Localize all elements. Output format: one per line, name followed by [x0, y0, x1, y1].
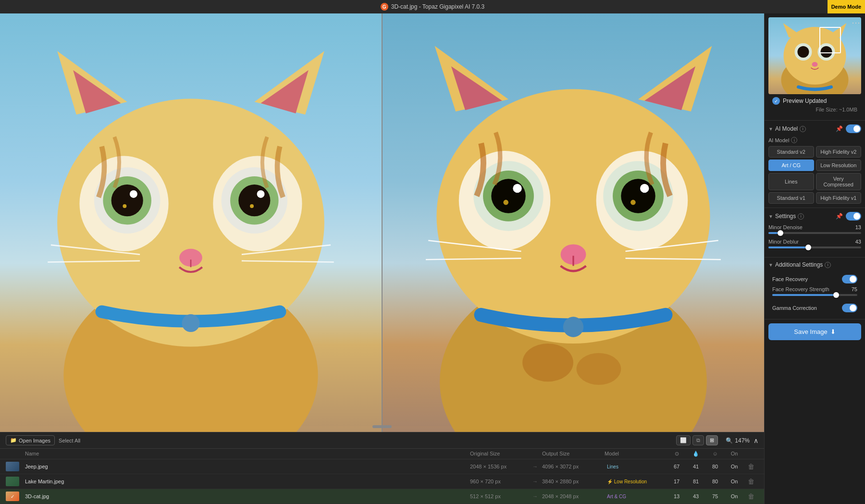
- model-high-fidelity-v1[interactable]: High Fidelity v1: [816, 192, 862, 204]
- ai-model-title: AI Model: [775, 125, 798, 132]
- file-list-header: Name Original Size Output Size Model ⊙ 💧…: [0, 449, 764, 459]
- ai-model-pin-icon[interactable]: 📌: [836, 125, 843, 132]
- open-images-button[interactable]: 📁 Open Images: [6, 435, 55, 445]
- svg-point-48: [577, 353, 621, 385]
- face-recovery-label: Face Recovery: [772, 276, 808, 282]
- zoom-level: 147%: [735, 437, 750, 444]
- cat-original-size: 512 × 512 px: [470, 493, 532, 499]
- side-by-side-btn[interactable]: ⊞: [706, 435, 718, 445]
- model-standard-v2[interactable]: Standard v2: [768, 146, 814, 158]
- demo-mode-badge: Demo Mode: [828, 0, 865, 13]
- cat-model: Art & CG: [605, 493, 667, 500]
- ai-model-section: ▼ AI Model i 📌 AI Model i Standard v2 Hi…: [765, 121, 865, 208]
- minor-denoise-value: 13: [852, 224, 861, 230]
- view-toggles: ⬜ ⧉ ⊞: [676, 435, 718, 445]
- svg-point-15: [130, 190, 137, 198]
- minor-deblur-value: 43: [852, 239, 861, 245]
- bottom-panel: 📁 Open Images Select All ⬜ ⧉ ⊞ 🔍 147% ∧: [0, 432, 764, 504]
- jeep-arrow: →: [532, 464, 542, 469]
- lake-delete-btn[interactable]: 🗑: [744, 478, 758, 485]
- split-view-btn[interactable]: ⧉: [692, 435, 704, 445]
- lake-v2: 81: [686, 479, 705, 484]
- ai-model-toggle[interactable]: [846, 124, 861, 133]
- settings-pin-icon[interactable]: 📌: [836, 213, 843, 220]
- face-recovery-strength-row: Face Recovery Strength 75: [772, 286, 857, 292]
- preview-updated-label: Preview Updated: [783, 98, 827, 104]
- save-icon: ⬇: [830, 328, 836, 335]
- svg-point-47: [522, 344, 573, 381]
- center-area: 📁 Open Images Select All ⬜ ⧉ ⊞ 🔍 147% ∧: [0, 13, 764, 504]
- settings-info-icon[interactable]: i: [798, 213, 804, 220]
- svg-point-43: [503, 200, 508, 205]
- bottom-toolbar: 📁 Open Images Select All ⬜ ⧉ ⊞ 🔍 147% ∧: [0, 432, 764, 449]
- settings-title: Settings: [775, 213, 796, 220]
- more-options-btn[interactable]: ⋯: [852, 18, 860, 27]
- select-all-button[interactable]: Select All: [59, 438, 80, 443]
- settings-chevron: ▼: [768, 214, 773, 219]
- settings-toggle[interactable]: [846, 212, 861, 221]
- settings-header: ▼ Settings i 📌: [768, 212, 861, 221]
- file-row-cat[interactable]: ✓ 3D-cat.jpg 512 × 512 px → 2048 × 2048 …: [0, 489, 764, 504]
- model-very-compressed[interactable]: Very Compressed: [816, 173, 862, 190]
- enhanced-image-panel: [383, 13, 764, 432]
- cat-v3: 75: [705, 493, 725, 499]
- image-compare: [0, 13, 764, 432]
- model-low-resolution[interactable]: Low Resolution: [816, 160, 862, 171]
- collapse-panel-btn[interactable]: ∧: [754, 437, 758, 444]
- zoom-display: 🔍 147%: [726, 437, 750, 444]
- original-image: [0, 13, 382, 432]
- svg-point-13: [111, 184, 143, 216]
- ai-model-sublabel-info[interactable]: i: [791, 137, 797, 143]
- model-high-fidelity-v2[interactable]: High Fidelity v2: [816, 146, 862, 158]
- svg-point-42: [640, 184, 649, 193]
- face-recovery-strength-container: Face Recovery Strength 75: [768, 286, 861, 296]
- cat-output-size: 2048 × 2048 px: [542, 493, 605, 499]
- lake-model: ⚡ Low Resolution: [605, 479, 667, 485]
- ai-model-label: AI Model i: [768, 137, 861, 143]
- jeep-name: Jeep.jpeg: [25, 464, 470, 469]
- minor-deblur-thumb: [805, 245, 811, 250]
- image-viewer[interactable]: [0, 13, 764, 432]
- minor-denoise-label: Minor Denoise: [768, 224, 803, 230]
- face-recovery-strength-fill: [772, 294, 836, 296]
- ai-model-info-icon[interactable]: i: [800, 126, 806, 132]
- cat-delete-btn[interactable]: 🗑: [744, 492, 758, 500]
- lake-output-size: 3840 × 2880 px: [542, 479, 605, 484]
- folder-icon: 📁: [10, 437, 17, 443]
- model-art-cg[interactable]: Art / CG: [768, 160, 814, 171]
- jeep-model: Lines: [605, 464, 667, 470]
- jeep-delete-btn[interactable]: 🗑: [744, 463, 758, 470]
- right-panel: ⋯ ✓ Preview Updated File Size: ~1.0MB ▼ …: [764, 13, 865, 504]
- window-title: 3D-cat.jpg - Topaz Gigapixel AI 7.0.3: [391, 3, 485, 10]
- svg-point-63: [812, 62, 818, 67]
- preview-thumbnail: [768, 17, 861, 94]
- cat-v1: 13: [667, 493, 686, 499]
- enhanced-image: [383, 13, 764, 432]
- model-standard-v1[interactable]: Standard v1: [768, 192, 814, 204]
- ai-model-grid: Standard v2 High Fidelity v2 Art / CG Lo…: [768, 146, 861, 204]
- face-recovery-toggle[interactable]: [842, 275, 857, 283]
- compare-divider[interactable]: [372, 425, 392, 428]
- model-lines[interactable]: Lines: [768, 173, 814, 190]
- single-view-btn[interactable]: ⬜: [676, 435, 691, 445]
- svg-point-16: [257, 190, 265, 198]
- face-recovery-strength-track[interactable]: [772, 294, 857, 296]
- gamma-correction-toggle[interactable]: [842, 304, 857, 312]
- preview-selection-box: [819, 27, 841, 53]
- jeep-thumb: [6, 462, 19, 471]
- col-name: Name: [25, 451, 470, 457]
- ai-model-chevron: ▼: [768, 126, 773, 132]
- settings-section: ▼ Settings i 📌 Minor Denoise 13: [765, 208, 865, 258]
- file-row-jeep[interactable]: Jeep.jpeg 2048 × 1536 px → 4096 × 3072 p…: [0, 459, 764, 474]
- svg-point-49: [563, 317, 583, 337]
- svg-point-61: [798, 46, 809, 58]
- cat-v2: 43: [686, 493, 705, 499]
- file-row-lake[interactable]: Lake Martin.jpeg 960 × 720 px → 3840 × 2…: [0, 474, 764, 489]
- additional-settings-info-icon[interactable]: i: [825, 262, 831, 268]
- minor-denoise-track[interactable]: [768, 232, 861, 234]
- cat-name: 3D-cat.jpg: [25, 493, 470, 499]
- cat-thumb: ✓: [6, 492, 19, 501]
- preview-updated-row: ✓ Preview Updated: [768, 94, 861, 106]
- minor-deblur-track[interactable]: [768, 246, 861, 248]
- save-image-button[interactable]: Save Image ⬇: [768, 323, 861, 340]
